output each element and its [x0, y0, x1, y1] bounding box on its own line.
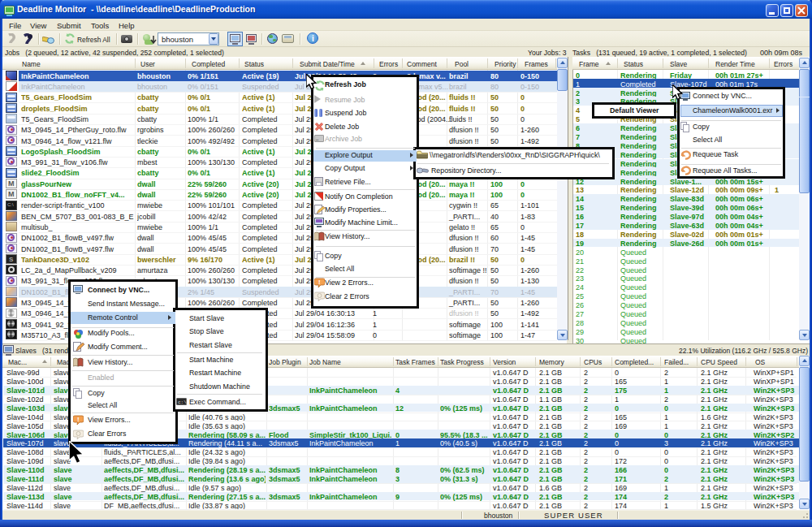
svg-text:!: ! [77, 416, 80, 423]
svg-text:!: ! [318, 279, 321, 286]
